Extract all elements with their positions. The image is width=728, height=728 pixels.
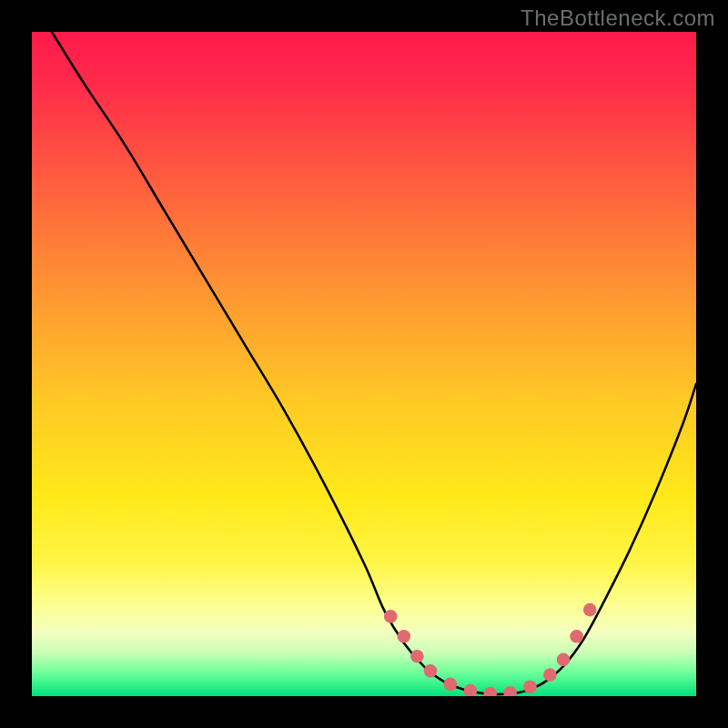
data-marker <box>464 684 478 696</box>
chart-frame: TheBottleneck.com <box>0 0 728 728</box>
curve-layer <box>32 32 696 696</box>
data-marker <box>410 650 424 663</box>
data-marker <box>444 678 458 692</box>
data-marker <box>398 630 411 643</box>
data-marker <box>583 603 597 617</box>
data-marker <box>503 686 517 696</box>
data-marker <box>483 687 497 696</box>
watermark-label: TheBottleneck.com <box>521 5 715 31</box>
bottleneck-curve <box>52 32 696 694</box>
data-marker <box>384 610 398 623</box>
data-marker <box>424 664 438 678</box>
marker-group <box>384 603 597 696</box>
data-marker <box>570 630 583 643</box>
data-marker <box>523 680 537 693</box>
data-marker <box>543 668 557 682</box>
data-marker <box>557 653 571 667</box>
plot-area <box>32 32 696 696</box>
